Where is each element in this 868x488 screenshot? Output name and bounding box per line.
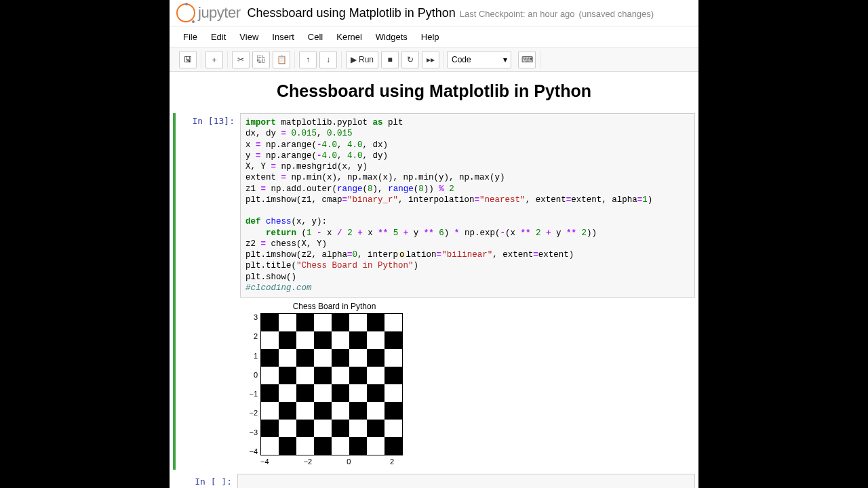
cut-icon: ✂ (237, 55, 244, 64)
plus-icon: ＋ (210, 54, 218, 66)
menu-insert[interactable]: Insert (265, 28, 301, 46)
menubar: File Edit View Insert Cell Kernel Widget… (170, 26, 698, 48)
play-icon: ▶ (351, 55, 357, 64)
toolbar: 🖫 ＋ ✂ ⿻ 📋 ↑ ↓ ▶Run ■ ↻ ▸▸ Code ⌨ (170, 48, 698, 72)
paste-button[interactable]: 📋 (273, 51, 290, 68)
add-cell-button[interactable]: ＋ (205, 51, 223, 68)
code-cell-1[interactable]: In [13]: import matplotlib.pyplot as plt… (173, 113, 695, 470)
code-input[interactable]: import matplotlib.pyplot as plt dx, dy =… (240, 113, 695, 298)
jupyter-wordmark: jupyter (198, 4, 241, 22)
code-input[interactable] (237, 474, 695, 488)
restart-button[interactable]: ↻ (401, 51, 419, 68)
move-down-button[interactable]: ↓ (319, 51, 337, 68)
jupyter-icon (176, 3, 195, 22)
input-prompt: In [13]: (176, 113, 240, 470)
paste-icon: 📋 (277, 55, 287, 64)
menu-view[interactable]: View (233, 28, 265, 46)
unsaved-changes: (unsaved changes) (579, 9, 654, 19)
plot-output: Chess Board in Python 3210−1−2−3−4 −4−20… (240, 302, 416, 466)
code-cell-2[interactable]: In [ ]: (173, 474, 695, 488)
celltype-label: Code (452, 55, 471, 64)
interrupt-button[interactable]: ■ (381, 51, 399, 68)
menu-help[interactable]: Help (414, 28, 446, 46)
input-prompt: In [ ]: (173, 474, 237, 488)
fast-forward-icon: ▸▸ (427, 55, 435, 64)
menu-cell[interactable]: Cell (301, 28, 330, 46)
checkpoint-text: Last Checkpoint: an hour ago (460, 9, 575, 19)
menu-edit[interactable]: Edit (204, 28, 233, 46)
run-label: Run (359, 55, 374, 64)
move-up-button[interactable]: ↑ (299, 51, 317, 68)
copy-button[interactable]: ⿻ (252, 51, 270, 68)
keyboard-icon: ⌨ (521, 55, 533, 64)
arrow-up-icon: ↑ (306, 55, 310, 64)
menu-kernel[interactable]: Kernel (330, 28, 369, 46)
copy-icon: ⿻ (257, 55, 265, 64)
menu-widgets[interactable]: Widgets (369, 28, 414, 46)
save-button[interactable]: 🖫 (179, 51, 197, 68)
stop-icon: ■ (387, 55, 392, 64)
command-palette-button[interactable]: ⌨ (518, 51, 536, 68)
save-icon: 🖫 (184, 55, 192, 64)
restart-run-all-button[interactable]: ▸▸ (422, 51, 439, 68)
notebook-container[interactable]: Chessboard using Matplotlib in Python In… (170, 72, 698, 488)
markdown-heading[interactable]: Chessboard using Matplotlib in Python (173, 81, 695, 101)
y-axis: 3210−1−2−3−4 (240, 313, 260, 455)
x-axis: −4−202 (260, 458, 403, 466)
notebook-title[interactable]: Chessboard using Matplotlib in Python (248, 6, 456, 20)
menu-file[interactable]: File (176, 28, 204, 46)
arrow-down-icon: ↓ (326, 55, 330, 64)
cut-button[interactable]: ✂ (232, 51, 250, 68)
run-button[interactable]: ▶Run (346, 51, 378, 68)
restart-icon: ↻ (407, 55, 414, 64)
celltype-select[interactable]: Code (447, 51, 511, 68)
plot-title: Chess Board in Python (252, 302, 416, 311)
notebook-header: jupyter Chessboard using Matplotlib in P… (170, 0, 698, 26)
chessboard-image (261, 314, 402, 455)
cell-output: Chess Board in Python 3210−1−2−3−4 −4−20… (240, 298, 695, 470)
jupyter-logo[interactable]: jupyter (176, 3, 241, 22)
